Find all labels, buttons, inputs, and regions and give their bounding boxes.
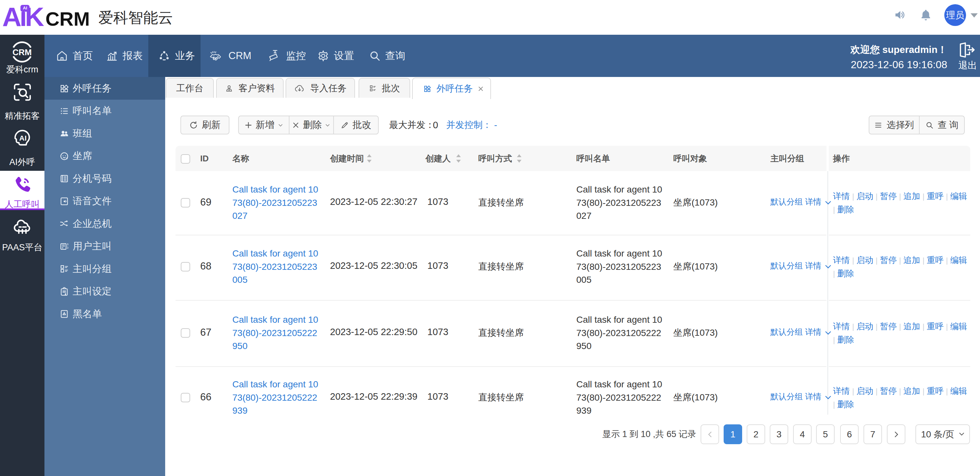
svg-text:AI: AI — [19, 134, 27, 142]
svg-text:CRM: CRM — [12, 47, 32, 57]
